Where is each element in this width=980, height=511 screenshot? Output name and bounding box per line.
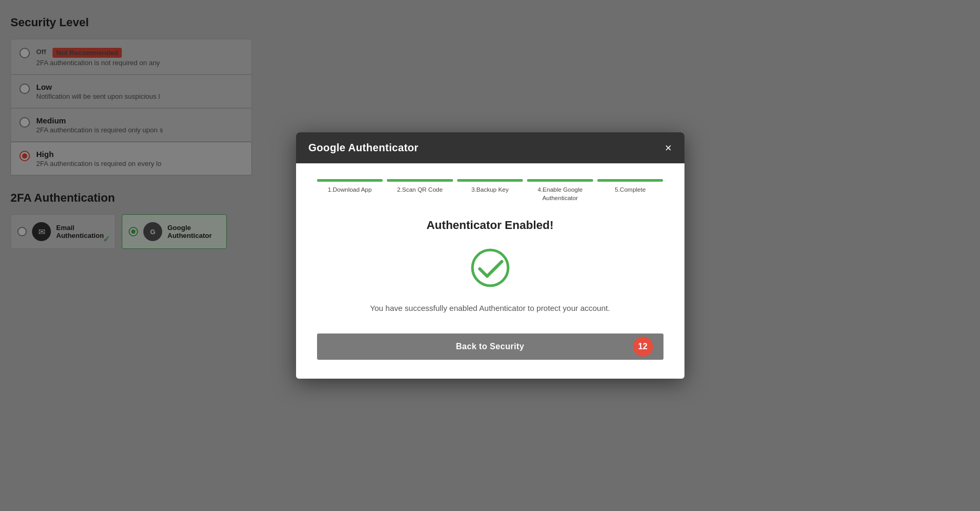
- modal-header: Google Authenticator ×: [296, 132, 684, 163]
- modal-body: 1.Download App 2.Scan QR Code 3.Backup K…: [296, 163, 684, 378]
- success-icon-wrapper: [317, 247, 663, 289]
- back-btn-wrapper: Back to Security 12: [317, 333, 663, 360]
- modal: Google Authenticator × 1.Download App 2.…: [296, 132, 684, 378]
- modal-overlay: Google Authenticator × 1.Download App 2.…: [0, 0, 980, 511]
- success-message: You have successfully enabled Authentica…: [317, 304, 663, 312]
- success-title: Authenticator Enabled!: [317, 218, 663, 232]
- step-1-label: 1.Download App: [328, 186, 372, 194]
- step-5-label: 5.Complete: [615, 186, 646, 194]
- success-check-icon: [469, 247, 511, 289]
- step-3-label: 3.Backup Key: [471, 186, 509, 194]
- steps-bar: 1.Download App 2.Scan QR Code 3.Backup K…: [317, 179, 663, 202]
- modal-close-button[interactable]: ×: [665, 142, 672, 154]
- step-badge: 12: [633, 337, 653, 357]
- step-2-label: 2.Scan QR Code: [397, 186, 442, 194]
- step-1-bar: [317, 179, 383, 182]
- step-4-bar: [527, 179, 593, 182]
- step-2-bar: [387, 179, 453, 182]
- step-1: 1.Download App: [317, 179, 383, 194]
- step-3-bar: [457, 179, 523, 182]
- step-3: 3.Backup Key: [457, 179, 523, 194]
- step-4: 4.Enable Google Authenticator: [527, 179, 593, 202]
- step-4-label: 4.Enable Google Authenticator: [527, 186, 593, 202]
- modal-title: Google Authenticator: [309, 142, 419, 154]
- step-5: 5.Complete: [597, 179, 663, 194]
- svg-point-0: [472, 250, 508, 286]
- step-5-bar: [597, 179, 663, 182]
- step-2: 2.Scan QR Code: [387, 179, 453, 194]
- back-to-security-button[interactable]: Back to Security: [317, 333, 663, 360]
